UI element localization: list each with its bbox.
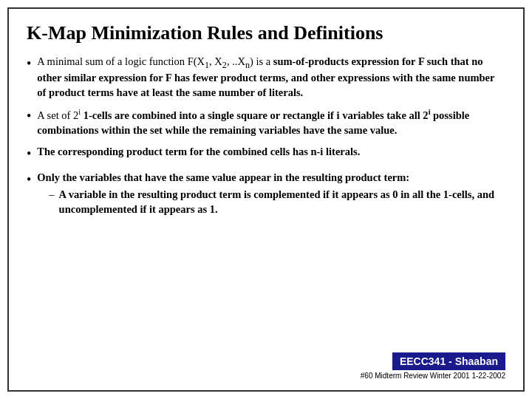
bullet-dot-2: • <box>27 108 31 125</box>
bullet-text-4: Only the variables that have the same va… <box>37 171 505 185</box>
footer-area: EECC341 - Shaaban #60 Midterm Review Win… <box>27 352 505 380</box>
slide-container: K-Map Minimization Rules and Definitions… <box>7 7 525 392</box>
sub-bullet-area: – A variable in the resulting product te… <box>37 188 505 216</box>
bullet-text-3: The corresponding product term for the c… <box>37 145 360 160</box>
bullet-dot-4: • <box>27 171 31 188</box>
bullet-dot-1: • <box>27 55 31 72</box>
content-area: • A minimal sum of a logic function F(X1… <box>27 55 505 348</box>
badge-box: EECC341 - Shaaban <box>392 352 505 370</box>
sub-dash: – <box>49 188 54 202</box>
slide-title: K-Map Minimization Rules and Definitions <box>27 22 505 44</box>
sub-bullet-text-1: A variable in the resulting product term… <box>59 188 505 216</box>
bullet-item-1: • A minimal sum of a logic function F(X1… <box>27 55 505 100</box>
bullet-text-2: A set of 2i 1-cells are combined into a … <box>37 107 505 137</box>
sub-bullet-item-1: – A variable in the resulting product te… <box>49 188 505 216</box>
bullet-item-2: • A set of 2i 1-cells are combined into … <box>27 107 505 137</box>
bullet-item-3: • The corresponding product term for the… <box>27 145 505 163</box>
bullet-dot-3: • <box>27 146 31 163</box>
bullet-item-4: • Only the variables that have the same … <box>27 171 505 217</box>
bullet-text-1: A minimal sum of a logic function F(X1, … <box>37 55 505 100</box>
footer-ref: #60 Midterm Review Winter 2001 1-22-2002 <box>361 372 505 380</box>
